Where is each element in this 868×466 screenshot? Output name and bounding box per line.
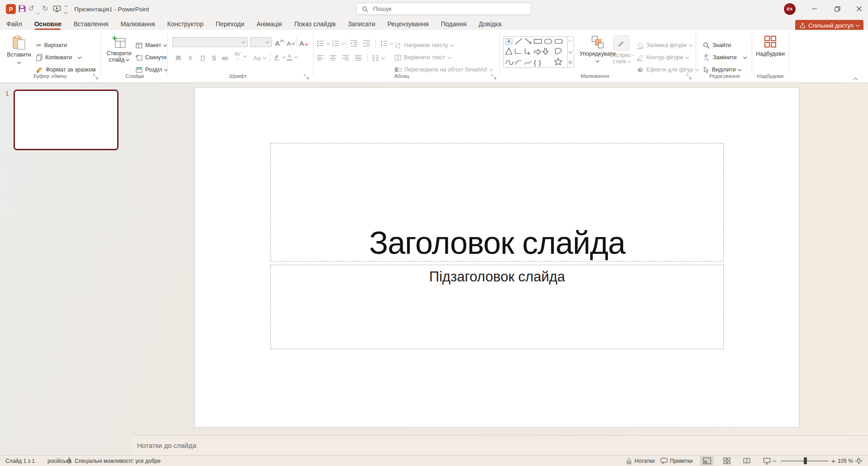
gallery-scroll-down[interactable]: [567, 47, 574, 57]
title-placeholder[interactable]: Заголовок слайда: [270, 143, 724, 262]
view-reading-button[interactable]: [740, 456, 754, 466]
clipboard-dialog-launcher[interactable]: [93, 74, 100, 81]
tab-home[interactable]: Основне: [34, 18, 62, 30]
italic-button[interactable]: К: [189, 53, 192, 62]
tab-design[interactable]: Конструктор: [167, 18, 204, 30]
search-box[interactable]: [356, 3, 531, 15]
font-color-button[interactable]: А: [287, 52, 298, 62]
clear-formatting-button[interactable]: A: [299, 37, 308, 47]
notes-pane[interactable]: Нотатки до слайда: [131, 435, 868, 455]
slide-canvas[interactable]: Заголовок слайда Підзаголовок слайда: [195, 88, 799, 427]
quick-styles-button[interactable]: Експрес- стилі: [609, 35, 634, 65]
section-button[interactable]: Розділ: [136, 65, 167, 74]
slide-thumbnail-number: 1: [5, 90, 9, 97]
underline-button[interactable]: П: [200, 53, 205, 62]
save-button[interactable]: [18, 4, 27, 13]
tab-review[interactable]: Рецензування: [388, 18, 429, 30]
cut-button[interactable]: ✂ Вирізати: [36, 41, 67, 50]
text-direction-button[interactable]: A Напрямок тексту: [394, 41, 453, 50]
layout-button[interactable]: Макет: [136, 41, 166, 50]
zoom-out-button[interactable]: −: [773, 456, 777, 466]
align-right-button[interactable]: [342, 53, 349, 62]
strikethrough-button[interactable]: ab: [222, 53, 228, 62]
powerpoint-app-icon[interactable]: P: [6, 4, 16, 14]
copy-button[interactable]: Копіювати: [36, 53, 81, 62]
increase-indent-button[interactable]: [363, 39, 370, 48]
shape-fill-button[interactable]: Заливка фігури: [637, 41, 692, 50]
customize-qat-button[interactable]: [64, 6, 69, 15]
share-button[interactable]: Спільний доступ: [795, 20, 863, 31]
tab-insert[interactable]: Вставлення: [74, 18, 109, 30]
fit-to-window-button[interactable]: [853, 456, 864, 466]
numbering-button[interactable]: 123: [332, 39, 345, 48]
shape-gallery[interactable]: A { }: [503, 36, 568, 68]
zoom-slider-handle[interactable]: [804, 457, 807, 464]
tab-help[interactable]: Довідка: [479, 18, 501, 30]
close-button[interactable]: [856, 6, 862, 12]
slide-indicator[interactable]: Слайд 1 з 1: [5, 456, 35, 466]
search-input[interactable]: [372, 5, 526, 13]
gallery-more-button[interactable]: [567, 57, 574, 67]
tab-record[interactable]: Записати: [348, 18, 375, 30]
replace-button[interactable]: b c Замінити: [703, 53, 746, 62]
find-button[interactable]: Знайти: [703, 41, 731, 50]
tab-transitions[interactable]: Переходи: [216, 18, 244, 30]
zoom-in-button[interactable]: +: [831, 456, 835, 466]
minimize-button[interactable]: [812, 9, 817, 9]
font-name-combo[interactable]: [172, 37, 248, 47]
tab-draw[interactable]: Малювання: [120, 18, 155, 30]
gallery-scroll-up[interactable]: [567, 37, 574, 47]
font-size-combo[interactable]: [250, 37, 272, 47]
addins-button[interactable]: Надбудови: [754, 35, 786, 57]
decrease-indent-button[interactable]: [350, 39, 358, 48]
line-spacing-button[interactable]: [380, 39, 393, 48]
change-case-button[interactable]: Aa: [253, 53, 266, 62]
paste-button[interactable]: Вставити: [7, 35, 31, 63]
columns-button[interactable]: [372, 53, 384, 62]
bold-button[interactable]: Ж: [175, 53, 181, 62]
start-slideshow-button[interactable]: [53, 5, 61, 13]
shape-effects-button[interactable]: Ефекти для фігур: [637, 65, 698, 74]
reset-button[interactable]: Скинути: [136, 53, 166, 62]
font-dialog-launcher[interactable]: [304, 74, 310, 81]
view-slideshow-button[interactable]: [760, 456, 773, 466]
select-button[interactable]: Виділити: [703, 65, 741, 74]
slide-thumbnail-1[interactable]: [14, 90, 119, 150]
justify-button[interactable]: [355, 53, 362, 62]
notes-toggle[interactable]: Нотатки: [626, 456, 655, 466]
tab-view[interactable]: Подання: [441, 18, 467, 30]
account-avatar[interactable]: EA: [784, 3, 796, 15]
format-painter-button[interactable]: Формат за зразком: [36, 65, 95, 74]
align-center-button[interactable]: [329, 53, 337, 62]
convert-smartart-button[interactable]: Перетворити на об'єкт SmartArt: [394, 65, 493, 74]
subtitle-placeholder[interactable]: Підзаголовок слайда: [270, 265, 724, 349]
undo-button[interactable]: ↺: [28, 4, 34, 13]
tab-animations[interactable]: Анімація: [256, 18, 282, 30]
text-shadow-button[interactable]: S: [212, 53, 216, 62]
shape-outline-button[interactable]: Контур фігури: [637, 53, 688, 62]
shape-gallery-scrollbar[interactable]: [567, 36, 574, 68]
character-spacing-button[interactable]: AV↔: [234, 52, 246, 61]
view-normal-button[interactable]: [700, 456, 714, 466]
bullets-button[interactable]: [317, 39, 330, 48]
comments-toggle[interactable]: Примітки: [660, 456, 693, 466]
tab-slideshow[interactable]: Показ слайдів: [294, 18, 336, 30]
undo-dropdown[interactable]: [37, 8, 39, 16]
paragraph-dialog-launcher[interactable]: [491, 74, 498, 81]
align-left-button[interactable]: [317, 53, 324, 62]
grow-font-button[interactable]: A: [275, 37, 284, 47]
drawing-dialog-launcher[interactable]: [687, 74, 693, 81]
comments-icon: [660, 457, 668, 464]
redo-button[interactable]: ↻: [42, 4, 48, 13]
restore-button[interactable]: [835, 6, 840, 12]
tab-file[interactable]: Файл: [6, 18, 22, 30]
view-slide-sorter-button[interactable]: [720, 456, 734, 466]
new-slide-button[interactable]: Створити слайд: [105, 35, 133, 63]
shrink-font-button[interactable]: A: [287, 37, 294, 47]
group-divider: [696, 33, 696, 75]
collapse-ribbon-button[interactable]: [854, 75, 857, 83]
zoom-level[interactable]: 105 %: [838, 456, 853, 466]
highlight-color-button[interactable]: [273, 52, 285, 62]
accessibility-status[interactable]: Спеціальні можливості: усе добре: [66, 456, 161, 466]
align-text-button[interactable]: Вирівняти текст: [394, 53, 451, 62]
